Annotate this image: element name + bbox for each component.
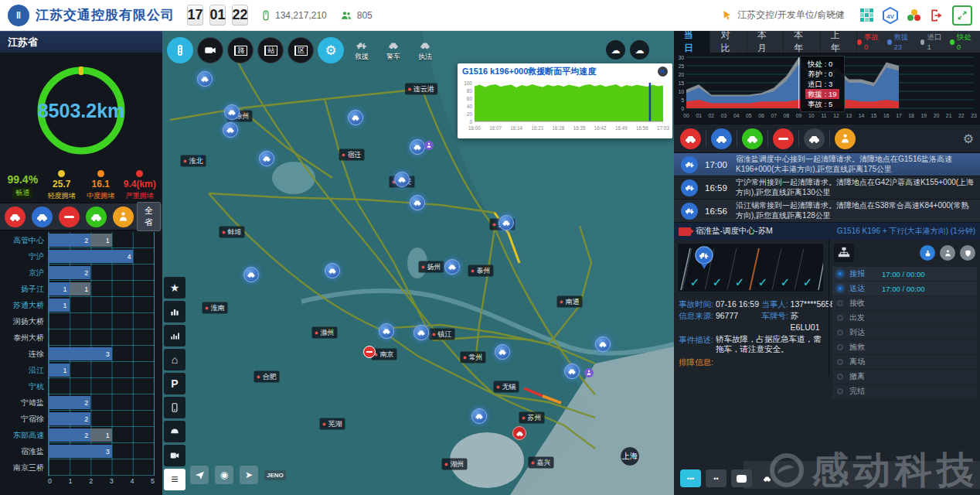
message-button[interactable] (731, 469, 752, 487)
city-label[interactable]: 蚌埠 (219, 227, 245, 238)
person-marker[interactable] (424, 141, 434, 150)
city-label[interactable]: 嘉兴 (529, 457, 554, 469)
camera-layer-button[interactable] (197, 37, 223, 63)
station-flag-button[interactable]: 站 (257, 37, 284, 63)
accident-filter-button[interactable] (5, 207, 26, 227)
navigate-button[interactable] (190, 466, 209, 484)
layer-settings-button[interactable]: ⚙ (318, 37, 344, 63)
stats-button[interactable] (164, 301, 185, 323)
logout-button[interactable] (929, 8, 944, 23)
bar-row[interactable]: 东部高速21 (0, 427, 162, 443)
closure-filter-button[interactable] (59, 207, 80, 227)
city-label[interactable]: 芜湖 (320, 418, 345, 430)
timeline-step[interactable]: 到达 (832, 326, 977, 340)
car-message-button[interactable] (757, 469, 778, 487)
cluster-marker[interactable] (259, 151, 274, 166)
area-flag-button[interactable]: 区 (288, 37, 314, 63)
timeline-step[interactable]: 送达17:00 / 00:00 (832, 282, 977, 295)
bar-row[interactable]: 苏通大桥1 (0, 297, 162, 313)
cluster-marker[interactable] (444, 259, 460, 275)
bar-row[interactable]: 南京三桥 (0, 459, 162, 476)
quickclear-event-filter[interactable] (742, 128, 763, 149)
traffic-signal-button[interactable] (167, 37, 193, 63)
city-label[interactable]: 宿迁 (339, 149, 365, 161)
cluster-marker[interactable] (413, 325, 429, 340)
rescue-unit-button[interactable] (920, 245, 935, 261)
police-unit-button[interactable] (960, 245, 975, 261)
fullscreen-button[interactable] (952, 5, 972, 26)
bar-row[interactable]: 扬子江11 (0, 281, 162, 297)
color-dots-button[interactable] (907, 9, 921, 22)
tab-compare[interactable]: 对比 (710, 31, 747, 53)
apps-grid-button[interactable] (860, 9, 873, 22)
accident-event-filter[interactable] (680, 128, 701, 149)
user-breadcrumb[interactable]: 江苏交控/开发单位/俞晓健 (737, 9, 845, 22)
cctv-button[interactable]: ◉ (215, 466, 233, 484)
city-label[interactable]: 苏州 (519, 412, 545, 424)
bar-row[interactable]: 宁杭 (0, 378, 162, 394)
cluster-marker[interactable] (471, 408, 487, 424)
construction-event-filter[interactable] (835, 128, 856, 149)
timeline-step[interactable]: 接报17:00 / 00:00 (832, 267, 977, 281)
road-company-button[interactable] (940, 245, 955, 261)
congestion-event-filter[interactable] (804, 128, 825, 149)
timeline-step[interactable]: 撤离 (832, 370, 977, 384)
province-wide-button[interactable]: 全省 (137, 202, 161, 231)
org-chart-button[interactable] (834, 244, 854, 262)
rescue-vehicle-toggle[interactable]: 救援 (348, 39, 376, 62)
city-label[interactable]: 泰州 (468, 265, 494, 277)
cluster-marker[interactable] (410, 139, 425, 155)
bar-row[interactable]: 京沪2 (0, 265, 162, 281)
event-row[interactable]: 17:00宿淮盐调度中心接到一起清障请求。清障地点在G1516盐洛高速K196+… (674, 153, 980, 176)
event-row[interactable]: 16:56沿江锡常接到一起清障请求。清障地点在S38常合高速K84+000(常熟… (674, 200, 980, 223)
bar-row[interactable]: 高管中心21 (0, 232, 162, 248)
rain-cloud-button[interactable]: ☁ (606, 40, 625, 60)
measure-button[interactable]: ➤ (240, 466, 258, 484)
city-label[interactable]: 镇江 (430, 329, 455, 340)
map-canvas[interactable]: 淮北徐州蚌埠淮南宿迁淮安连云港盐城扬州泰州南通南京镇江常州无锡苏州合肥滁州芜湖湖… (162, 31, 674, 495)
analytics-button[interactable] (164, 325, 185, 346)
legend-item[interactable]: 快处 0 (950, 32, 974, 51)
police-filter-button[interactable] (32, 207, 53, 227)
city-label[interactable]: 常州 (461, 352, 486, 364)
timeline-step[interactable]: 施救 (832, 340, 977, 354)
city-label[interactable]: 无锡 (494, 381, 519, 393)
timeline-step[interactable]: 出发 (832, 311, 977, 325)
city-label[interactable]: 淮南 (202, 302, 228, 314)
bar-row[interactable]: 宁宿徐2 (0, 411, 162, 427)
shanghai-label[interactable]: 上海 (620, 446, 640, 466)
police-event-filter[interactable] (711, 128, 732, 149)
city-label[interactable]: 合肥 (254, 371, 280, 383)
timeline-step[interactable]: 离场 (832, 355, 977, 369)
closure-marker[interactable] (363, 346, 376, 358)
device-button[interactable] (164, 397, 185, 418)
map-menu-button[interactable]: ≡ (164, 469, 185, 490)
bar-row[interactable]: 宁靖盐2 (0, 394, 162, 411)
city-label[interactable]: 连云港 (405, 84, 437, 95)
cluster-marker[interactable] (495, 344, 510, 360)
enforcement-vehicle-toggle[interactable]: 执法 (411, 39, 439, 62)
cluster-marker[interactable] (394, 172, 410, 187)
accident-marker[interactable] (512, 426, 526, 440)
cluster-marker[interactable] (379, 323, 394, 339)
cluster-marker[interactable] (564, 364, 580, 379)
video-button[interactable] (164, 445, 185, 466)
tab-year[interactable]: 本年 (784, 31, 820, 53)
cluster-marker[interactable] (348, 110, 363, 125)
closure-event-filter[interactable] (773, 128, 794, 149)
cluster-marker[interactable] (325, 263, 340, 278)
bar-row[interactable]: 泰州大桥 (0, 329, 162, 346)
cloud-button[interactable]: ☁ (630, 40, 649, 60)
speed-popup[interactable]: G1516 k196+000救援断面平均速度 × 02040608010016:… (458, 63, 672, 138)
wechat-button[interactable]: •• (706, 469, 726, 487)
construction-filter-button[interactable] (113, 207, 134, 227)
cluster-marker[interactable] (243, 267, 259, 282)
road-flag-button[interactable]: 路 (227, 37, 254, 63)
bar-row[interactable]: 连徐3 (0, 346, 162, 362)
legend-item[interactable]: 道口 1 (920, 32, 944, 51)
home-button[interactable]: ⌂ (164, 349, 185, 370)
person-marker[interactable] (584, 368, 594, 377)
event-row[interactable]: 16:59宁沪常州接到一起清障请求。清障地点在G42沪蓉高速K155+000(上… (674, 176, 980, 200)
city-label[interactable]: 扬州 (419, 261, 444, 273)
chat-active-button[interactable]: ••• (680, 469, 701, 487)
